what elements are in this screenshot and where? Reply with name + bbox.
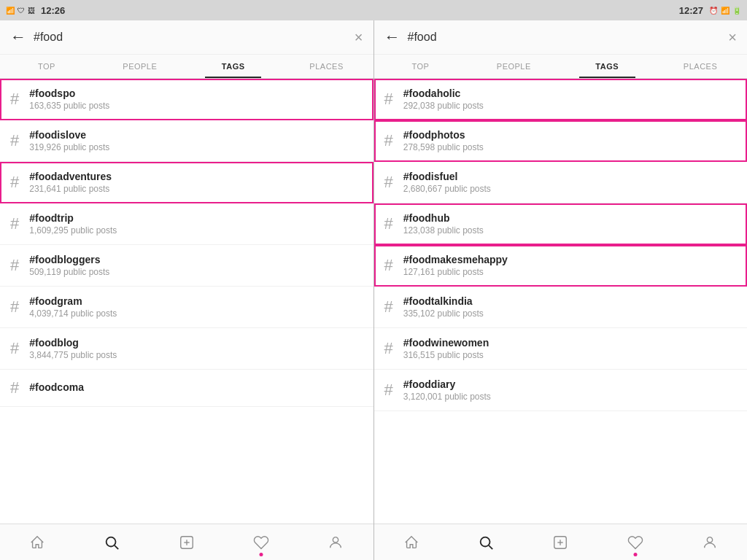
hash-icon: #	[384, 298, 393, 316]
tab-top-left[interactable]: TOP	[0, 55, 93, 78]
shield-icon: 🛡	[18, 7, 25, 15]
bottom-nav-right	[374, 524, 748, 560]
tag-info: #foodaholic 292,038 public posts	[403, 88, 484, 111]
heart-icon	[253, 534, 269, 551]
tab-people-right[interactable]: PEOPLE	[467, 55, 560, 78]
tag-info: #foodadventures 231,641 public posts	[29, 171, 112, 194]
svg-point-6	[481, 537, 490, 546]
tabs-right: TOP PEOPLE TAGS PLACES	[374, 55, 748, 79]
tag-count: 127,161 public posts	[403, 267, 508, 277]
tag-name: #foodcoma	[29, 381, 84, 393]
sim-icon: 📶	[6, 7, 15, 15]
tag-item[interactable]: # #foodhub 123,038 public posts	[374, 203, 748, 245]
tag-item[interactable]: # #fooddiary 3,120,001 public posts	[374, 370, 748, 411]
tag-item[interactable]: # #foodphotos 278,598 public posts	[374, 120, 748, 162]
tag-name: #foodtalkindia	[403, 295, 484, 307]
tag-info: #foodisfuel 2,680,667 public posts	[403, 171, 491, 194]
tag-item[interactable]: # #foodaholic 292,038 public posts	[374, 79, 748, 120]
nav-heart-left[interactable]	[224, 524, 298, 560]
nav-search-left[interactable]	[74, 524, 149, 560]
tag-count: 319,926 public posts	[29, 142, 109, 152]
tag-count: 4,039,714 public posts	[29, 308, 117, 319]
search-icon	[104, 534, 120, 551]
nav-search-right[interactable]	[449, 524, 523, 560]
tab-people-left[interactable]: PEOPLE	[93, 55, 187, 78]
status-bar-left: 📶 🛡 🖼 12:26	[0, 0, 374, 20]
tag-name: #foodgram	[29, 295, 117, 307]
svg-point-11	[707, 537, 712, 542]
hash-icon: #	[384, 339, 393, 358]
tag-count: 335,102 public posts	[403, 308, 484, 319]
tab-top-right[interactable]: TOP	[374, 55, 468, 78]
tag-name: #foodtrip	[29, 212, 117, 224]
tag-count: 2,680,667 public posts	[403, 184, 491, 194]
tag-item[interactable]: # #foodgram 4,039,714 public posts	[0, 287, 374, 328]
profile-icon	[702, 534, 718, 551]
tag-item[interactable]: # #foodadventures 231,641 public posts	[0, 162, 374, 203]
nav-heart-right[interactable]	[597, 524, 672, 560]
nav-profile-right[interactable]	[673, 524, 747, 560]
tag-name: #foodbloggers	[29, 254, 109, 265]
tag-name: #foodspo	[29, 88, 109, 99]
tag-info: #foodcoma	[29, 381, 84, 394]
nav-home-right[interactable]	[374, 524, 449, 560]
phone-panel-left: ← #food × TOP PEOPLE TAGS PLACES # #food…	[0, 20, 374, 560]
tag-name: #foodhub	[403, 212, 484, 224]
tag-info: #foodislove 319,926 public posts	[29, 129, 109, 152]
tag-info: #fooddiary 3,120,001 public posts	[403, 378, 491, 402]
tag-name: #foodblog	[29, 337, 117, 349]
tag-item[interactable]: # #foodblog 3,844,775 public posts	[0, 328, 374, 370]
tag-item[interactable]: # #foodtrip 1,609,295 public posts	[0, 203, 374, 245]
plus-icon	[179, 534, 195, 551]
phones-container: ← #food × TOP PEOPLE TAGS PLACES # #food…	[0, 20, 747, 560]
tag-item[interactable]: # #foodwinewomen 316,515 public posts	[374, 328, 748, 370]
search-value-left[interactable]: #food	[34, 31, 347, 44]
status-time-right: 12:27	[679, 5, 703, 16]
tag-count: 1,609,295 public posts	[29, 225, 117, 236]
tag-item[interactable]: # #foodmakesmehappy 127,161 public posts	[374, 245, 748, 287]
tag-list-left: # #foodspo 163,635 public posts # #foodi…	[0, 79, 374, 524]
hash-icon: #	[10, 90, 19, 109]
hash-icon: #	[10, 256, 19, 275]
status-time-left: 12:26	[41, 5, 65, 16]
tag-info: #foodtrip 1,609,295 public posts	[29, 212, 117, 236]
hash-icon: #	[384, 381, 393, 400]
search-value-right[interactable]: #food	[408, 31, 721, 44]
status-bar-right: 12:27 ⏰ 📶 🔋	[374, 0, 747, 20]
close-left[interactable]: ×	[355, 29, 363, 46]
tag-item[interactable]: # #foodbloggers 509,119 public posts	[0, 245, 374, 287]
nav-profile-left[interactable]	[298, 524, 373, 560]
tab-places-right[interactable]: PLACES	[654, 55, 747, 78]
tag-count: 231,641 public posts	[29, 184, 112, 194]
nav-plus-left[interactable]	[150, 524, 224, 560]
bottom-nav-left	[0, 524, 374, 560]
svg-line-1	[115, 545, 119, 549]
hash-icon: #	[10, 173, 19, 192]
tag-item[interactable]: # #foodisfuel 2,680,667 public posts	[374, 162, 748, 203]
close-right[interactable]: ×	[728, 29, 737, 46]
tag-item[interactable]: # #foodcoma	[0, 370, 374, 407]
tag-item[interactable]: # #foodislove 319,926 public posts	[0, 120, 374, 162]
tab-tags-right[interactable]: TAGS	[560, 55, 654, 78]
tag-item[interactable]: # #foodspo 163,635 public posts	[0, 79, 374, 120]
tag-info: #foodblog 3,844,775 public posts	[29, 337, 117, 360]
phone-panel-right: ← #food × TOP PEOPLE TAGS PLACES # #food…	[374, 20, 748, 560]
tab-places-left[interactable]: PLACES	[280, 55, 374, 78]
nav-plus-right[interactable]	[523, 524, 597, 560]
back-arrow-left[interactable]: ←	[10, 28, 26, 47]
tag-name: #fooddiary	[403, 378, 491, 390]
tag-name: #foodadventures	[29, 171, 112, 182]
heart-dot-left	[260, 553, 263, 556]
nav-home-left[interactable]	[0, 524, 74, 560]
tag-name: #foodislove	[29, 129, 109, 141]
svg-point-5	[333, 537, 338, 542]
tag-item[interactable]: # #foodtalkindia 335,102 public posts	[374, 287, 748, 328]
hash-icon: #	[10, 131, 19, 150]
back-arrow-right[interactable]: ←	[384, 28, 400, 47]
tag-count: 509,119 public posts	[29, 267, 109, 277]
tag-info: #foodhub 123,038 public posts	[403, 212, 484, 236]
tab-tags-left[interactable]: TAGS	[187, 55, 280, 78]
tag-info: #foodspo 163,635 public posts	[29, 88, 109, 111]
tag-list-right: # #foodaholic 292,038 public posts # #fo…	[374, 79, 748, 524]
search-icon	[478, 534, 494, 551]
